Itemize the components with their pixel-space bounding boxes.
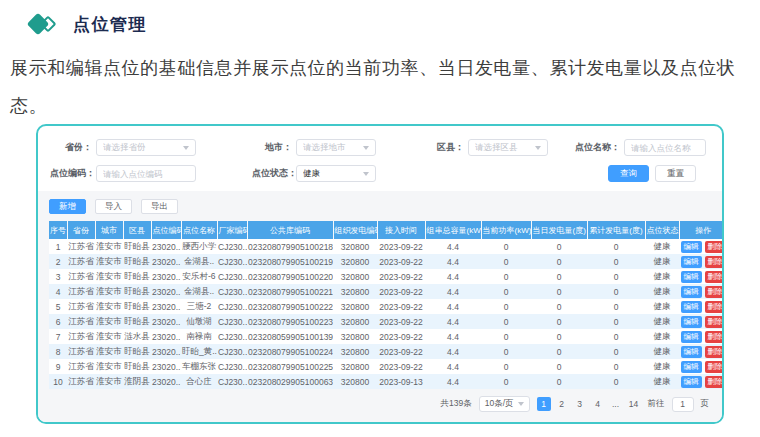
table-row: 2江苏省淮安市盱眙县23020..金湖县..CJ230..02320807990… [49,254,724,269]
page-button[interactable]: 4 [591,397,605,411]
table-cell: 江苏省 [67,299,95,314]
table-cell: 320800 [333,344,377,359]
table-cell: 南禄南 [181,329,217,344]
city-label: 地市： [252,141,292,154]
search-button[interactable]: 查询 [608,165,649,182]
table-cell: 2 [49,254,67,269]
edit-button[interactable]: 编辑 [681,301,702,313]
reset-button[interactable]: 重置 [655,165,696,182]
table-cell: 健康 [645,359,679,374]
edit-button[interactable]: 编辑 [681,256,702,268]
table-cell: 7 [49,329,67,344]
delete-button[interactable]: 删除 [705,376,725,388]
table-cell: CJ230.. [217,299,247,314]
chevron-down-icon [183,146,189,150]
column-header: 公共库编码 [247,221,333,239]
point-status-label: 点位状态： [252,167,292,180]
column-header: 接入时间 [377,221,425,239]
delete-button[interactable]: 删除 [705,361,725,373]
edit-button[interactable]: 编辑 [681,271,702,283]
table-cell: 0 [531,314,587,329]
province-label: 省份： [50,141,92,154]
table-toolbar: 新增 导入 导出 [49,199,711,214]
page-size-select[interactable]: 10条/页 [479,396,530,412]
pagination: 共139条 10条/页 1234...14 前往 页 [49,389,711,412]
chevron-down-icon [363,172,369,176]
add-button[interactable]: 新增 [49,199,86,214]
point-status-select[interactable]: 健康 [296,165,376,182]
column-header: 当前功率(kW) [481,221,531,239]
delete-button[interactable]: 删除 [705,346,725,358]
edit-button[interactable]: 编辑 [681,316,702,328]
row-actions: 编辑删除 [679,254,724,269]
page-ellipsis: ... [609,397,623,411]
edit-button[interactable]: 编辑 [681,331,702,343]
edit-button[interactable]: 编辑 [681,241,702,253]
table-cell: 023208079905100219 [247,254,333,269]
table-cell: 0 [531,269,587,284]
table-cell: 4 [49,284,67,299]
delete-button[interactable]: 删除 [705,256,725,268]
page-button[interactable]: 2 [555,397,569,411]
table-cell: 2023-09-13 [377,374,425,389]
district-select[interactable]: 请选择区县 [468,139,548,156]
table-cell: 盱眙县 [123,284,151,299]
table-cell: 23020.. [151,359,181,374]
table-cell: 0 [587,374,645,389]
diamond-solid-icon [27,12,50,35]
filter-buttons: 查询 重置 [608,165,696,182]
table-cell: 健康 [645,239,679,254]
import-button[interactable]: 导入 [95,199,132,214]
table-row: 1江苏省淮安市盱眙县23020..腰西小学CJ230..023208079905… [49,239,724,254]
table-cell: CJ230.. [217,329,247,344]
table-cell: 0 [587,344,645,359]
delete-button[interactable]: 删除 [705,316,725,328]
city-select[interactable]: 请选择地市 [296,139,376,156]
point-name-input[interactable] [624,139,706,156]
table-cell: 金湖县.. [181,254,217,269]
delete-button[interactable]: 删除 [705,241,725,253]
table-cell: 车棚东张 [181,359,217,374]
page-button[interactable]: 3 [573,397,587,411]
page-button[interactable]: 1 [537,397,551,411]
table-cell: 江苏省 [67,374,95,389]
edit-button[interactable]: 编辑 [681,286,702,298]
table-cell: 320800 [333,374,377,389]
row-actions: 编辑删除 [679,239,724,254]
edit-button[interactable]: 编辑 [681,376,702,388]
export-button[interactable]: 导出 [141,199,178,214]
page-button[interactable]: 14 [627,397,641,411]
table-cell: 2023-09-22 [377,314,425,329]
table-cell: CJ230.. [217,344,247,359]
province-select[interactable]: 请选择省份 [96,139,196,156]
table-cell: 健康 [645,374,679,389]
table-cell: 23020.. [151,374,181,389]
row-actions: 编辑删除 [679,284,724,299]
column-header: 序号 [49,221,67,239]
district-placeholder: 请选择区县 [475,142,535,154]
table-cell: 23020.. [151,254,181,269]
delete-button[interactable]: 删除 [705,286,725,298]
delete-button[interactable]: 删除 [705,331,725,343]
edit-button[interactable]: 编辑 [681,361,702,373]
table-cell: 320800 [333,299,377,314]
table-cell: 盱眙县 [123,344,151,359]
point-name-filter: 点位名称： [566,139,706,156]
delete-button[interactable]: 删除 [705,271,725,283]
row-actions: 编辑删除 [679,359,724,374]
goto-label: 前往 [648,398,665,410]
table-row: 3江苏省淮安市盱眙县23020..安乐村-6CJ230..02320807990… [49,269,724,284]
column-header: 城市 [95,221,123,239]
district-filter: 区县： 请选择区县 [424,139,548,156]
table-row: 6江苏省淮安市盱眙县23020..仙墩湖CJ230..0232080799051… [49,314,724,329]
point-code-input[interactable] [96,165,196,182]
table-cell: 0 [531,359,587,374]
delete-button[interactable]: 删除 [705,301,725,313]
goto-page-input[interactable] [672,397,694,412]
table-cell: 0 [587,329,645,344]
table-cell: 0 [531,329,587,344]
table-cell: 江苏省 [67,344,95,359]
table-cell: 023208079905100221 [247,284,333,299]
table-cell: 淮阴县 [123,374,151,389]
edit-button[interactable]: 编辑 [681,346,702,358]
